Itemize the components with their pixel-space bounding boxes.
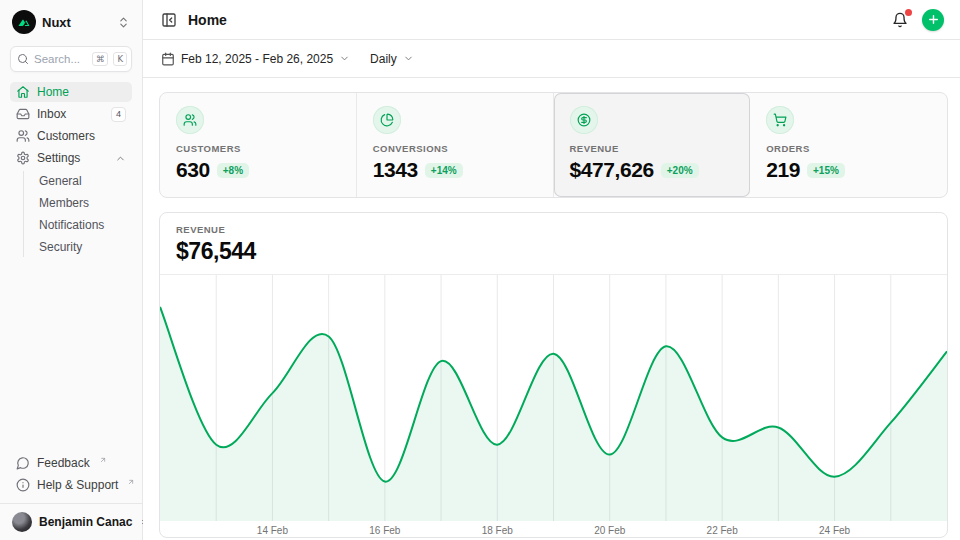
cart-icon [766,106,794,134]
revenue-area-chart [160,275,947,521]
dashboard-content: CUSTOMERS 630 +8% CONVERSIONS 1343 +14% [143,78,960,538]
home-icon [16,85,30,99]
sidebar-item-home[interactable]: Home [10,82,132,102]
notifications-button[interactable] [890,10,910,30]
dashboard-app: Nuxt Search... ⌘ K Home [0,0,960,540]
sidebar-divider [0,503,142,504]
sidebar-item-notifications[interactable]: Notifications [24,215,132,235]
sidebar-item-label: Home [37,85,69,99]
circle-dollar-icon [570,106,598,134]
kbd-cmd: ⌘ [92,52,109,66]
sidebar-item-label: Inbox [37,107,66,121]
add-button[interactable] [922,9,944,31]
search-placeholder: Search... [34,53,87,65]
workspace-name: Nuxt [42,15,111,30]
chevrons-up-down-icon [117,16,130,29]
period-value: Daily [370,52,397,66]
stat-label: REVENUE [570,143,735,154]
sidebar: Nuxt Search... ⌘ K Home [0,0,143,540]
period-select[interactable]: Daily [368,48,416,70]
chevron-down-icon [339,53,350,64]
avatar [12,512,32,532]
stat-card-customers[interactable]: CUSTOMERS 630 +8% [160,93,357,197]
page-title: Home [188,12,227,28]
stat-value: 1343 [373,158,418,182]
x-axis-label: 22 Feb [707,525,738,536]
user-menu[interactable]: Benjamin Canac [10,512,132,532]
sidebar-item-inbox[interactable]: Inbox 4 [10,104,132,124]
users-icon [16,129,30,143]
stat-label: ORDERS [766,143,931,154]
settings-subnav: General Members Notifications Security [23,171,132,257]
stat-delta-badge: +8% [217,163,249,178]
inbox-count-badge: 4 [111,107,126,122]
stat-label: CUSTOMERS [176,143,340,154]
chart-canvas [160,275,947,521]
stat-card-revenue[interactable]: REVENUE $477,626 +20% [554,93,751,197]
sidebar-item-general[interactable]: General [24,171,132,191]
user-name: Benjamin Canac [39,515,132,529]
external-link-icon [99,456,107,464]
sidebar-item-settings[interactable]: Settings [10,148,132,168]
search-icon [17,53,29,65]
x-axis-label: 24 Feb [819,525,850,536]
footer-link-label: Feedback [37,456,90,470]
stat-value: 219 [766,158,800,182]
users-icon [176,106,204,134]
date-range-picker[interactable]: Feb 12, 2025 - Feb 26, 2025 [159,48,352,70]
footer-link-label: Help & Support [37,478,118,492]
stat-delta-badge: +15% [807,163,845,178]
stat-card-orders[interactable]: ORDERS 219 +15% [750,93,947,197]
sidebar-footer-nav: Feedback Help & Support [10,453,132,495]
search-input[interactable]: Search... ⌘ K [10,46,132,72]
info-circle-icon [16,478,30,492]
sidebar-item-label: Customers [37,129,95,143]
notification-dot [905,9,912,16]
stat-card-conversions[interactable]: CONVERSIONS 1343 +14% [357,93,554,197]
panel-left-close-icon [161,12,177,28]
chat-bubble-icon [16,456,30,470]
chart-x-axis: 14 Feb16 Feb18 Feb20 Feb22 Feb24 Feb [160,521,947,537]
x-axis-label: 18 Feb [482,525,513,536]
chevron-down-icon [403,53,414,64]
gear-icon [16,151,30,165]
chevron-up-icon [115,153,126,164]
chart-pie-icon [373,106,401,134]
x-axis-label: 20 Feb [594,525,625,536]
stat-value: 630 [176,158,210,182]
stat-label: CONVERSIONS [373,143,537,154]
sidebar-item-members[interactable]: Members [24,193,132,213]
date-range-value: Feb 12, 2025 - Feb 26, 2025 [181,52,333,66]
sidebar-item-customers[interactable]: Customers [10,126,132,146]
top-header: Home [143,0,960,40]
chart-title: REVENUE [176,224,931,235]
sidebar-nav: Home Inbox 4 Customers Settings [10,82,132,258]
filter-toolbar: Feb 12, 2025 - Feb 26, 2025 Daily [143,40,960,78]
help-support-link[interactable]: Help & Support [10,475,132,495]
feedback-link[interactable]: Feedback [10,453,132,473]
stats-panel: CUSTOMERS 630 +8% CONVERSIONS 1343 +14% [159,92,948,198]
stat-value: $477,626 [570,158,654,182]
sidebar-item-label: Settings [37,151,80,165]
stat-delta-badge: +20% [661,163,699,178]
workspace-selector[interactable]: Nuxt [10,10,132,34]
calendar-icon [161,52,175,66]
inbox-icon [16,107,30,121]
x-axis-label: 14 Feb [257,525,288,536]
stat-delta-badge: +14% [425,163,463,178]
revenue-chart-card: REVENUE $76,544 14 Feb16 Feb18 Feb20 Feb… [159,212,948,538]
collapse-sidebar-button[interactable] [159,10,179,30]
x-axis-label: 16 Feb [369,525,400,536]
chart-current-value: $76,544 [176,238,931,265]
main-area: Home Feb 12, 2025 - Feb 26, 2025 [143,0,960,540]
external-link-icon [127,478,135,486]
sidebar-item-security[interactable]: Security [24,237,132,257]
plus-icon [927,13,940,26]
chart-header: REVENUE $76,544 [160,213,947,275]
nuxt-logo-icon [12,10,36,34]
kbd-k: K [113,52,127,66]
